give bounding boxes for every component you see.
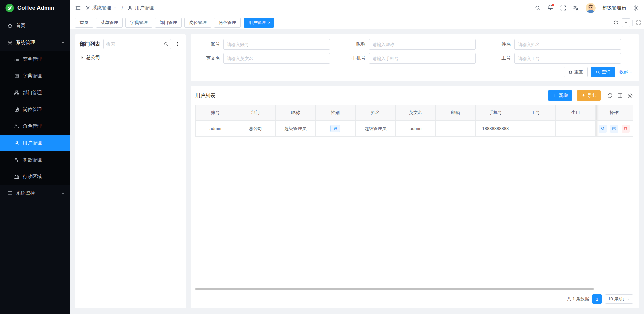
- content-maximize-icon[interactable]: [633, 16, 644, 29]
- sidebar-item-label: 参数管理: [23, 157, 42, 163]
- sidebar-group-monitor[interactable]: 系统监控: [0, 185, 70, 202]
- breadcrumb-current[interactable]: 用户管理: [128, 5, 154, 11]
- tab-dept-management[interactable]: 部门管理: [155, 18, 182, 28]
- sidebar-nav: 首页 系统管理 菜单管理 字典管理 部门管理: [0, 16, 70, 314]
- sidebar-collapse-icon[interactable]: [75, 5, 81, 11]
- page-size-value: 10 条/页: [608, 296, 624, 302]
- fullscreen-icon[interactable]: [560, 5, 566, 11]
- edit-button[interactable]: [610, 125, 618, 133]
- gear-icon: [7, 40, 13, 45]
- total-count: 共 1 条数据: [567, 296, 589, 302]
- user-list-title: 用户列表: [195, 92, 215, 99]
- caret-right-icon[interactable]: [80, 55, 85, 60]
- search-icon[interactable]: [535, 5, 541, 11]
- column-header-work-id: 工号: [516, 105, 555, 121]
- view-button[interactable]: [599, 125, 607, 133]
- column-header-phone: 手机号: [476, 105, 516, 121]
- sidebar-group-label: 系统管理: [16, 40, 35, 46]
- field-label: 昵称: [342, 41, 369, 47]
- page-button-1[interactable]: 1: [592, 294, 602, 304]
- trash-icon: [568, 70, 573, 74]
- sidebar-item-admin-region[interactable]: 行政区域: [0, 168, 70, 185]
- sidebar-group-system[interactable]: 系统管理: [0, 34, 70, 51]
- nickname-input[interactable]: [369, 39, 476, 50]
- sidebar-item-home[interactable]: 首页: [0, 17, 70, 34]
- tree-node-label: 总公司: [86, 55, 100, 61]
- reset-button[interactable]: 重置: [564, 67, 588, 77]
- query-button[interactable]: 查询: [591, 67, 615, 77]
- column-adjust-icon[interactable]: [617, 93, 623, 99]
- user-list-header: 用户列表 新增 导出: [195, 90, 633, 101]
- field-name: 姓名: [487, 39, 633, 50]
- monitor-icon: [7, 191, 13, 196]
- user-icon: [128, 5, 133, 10]
- logo-text: Coffee Admin: [17, 5, 54, 11]
- sidebar-item-user-management[interactable]: 用户管理: [0, 135, 70, 151]
- search-icon: [164, 42, 168, 46]
- scrollbar-thumb[interactable]: [195, 288, 594, 290]
- collapse-link[interactable]: 收起: [619, 69, 633, 75]
- account-input[interactable]: [223, 39, 330, 50]
- tab-close-icon[interactable]: ×: [268, 20, 271, 25]
- tabs-refresh-icon[interactable]: [610, 16, 622, 29]
- department-search-input[interactable]: [104, 39, 161, 49]
- right-column: 账号 昵称 姓名 英文名: [191, 34, 639, 308]
- reset-button-label: 重置: [574, 69, 583, 75]
- name-input[interactable]: [514, 39, 621, 50]
- sidebar-item-label: 部门管理: [23, 90, 42, 96]
- department-more-icon[interactable]: [174, 41, 181, 47]
- avatar[interactable]: [586, 3, 596, 13]
- tab-dict-management[interactable]: 字典管理: [125, 18, 152, 28]
- bank-icon: [14, 174, 19, 179]
- page-size-select[interactable]: 10 条/页: [605, 294, 633, 304]
- refresh-icon[interactable]: [607, 93, 613, 99]
- department-search-button[interactable]: [161, 39, 171, 49]
- current-username[interactable]: 超级管理员: [602, 5, 626, 11]
- filter-actions: 重置 查询 收起: [197, 67, 633, 77]
- add-button[interactable]: 新增: [548, 90, 572, 101]
- logo[interactable]: Coffee Admin: [0, 0, 70, 16]
- tab-post-management[interactable]: 岗位管理: [184, 18, 211, 28]
- field-account: 账号: [197, 39, 342, 50]
- phone-input[interactable]: [369, 53, 476, 64]
- tabs-dropdown-icon[interactable]: [622, 18, 630, 27]
- column-header-birthday: 生日: [555, 105, 595, 121]
- sidebar-item-param-management[interactable]: 参数管理: [0, 151, 70, 168]
- sidebar-item-role-management[interactable]: 角色管理: [0, 118, 70, 135]
- translate-icon[interactable]: [573, 5, 579, 11]
- delete-button[interactable]: [622, 125, 630, 133]
- sidebar-item-label: 首页: [16, 23, 25, 29]
- breadcrumb-divider: /: [122, 5, 123, 11]
- home-icon: [7, 23, 13, 28]
- pagination: 共 1 条数据 1 10 条/页: [195, 292, 633, 306]
- search-icon: [596, 70, 600, 74]
- sidebar-item-dept-management[interactable]: 部门管理: [0, 84, 70, 101]
- sidebar-item-post-management[interactable]: 岗位管理: [0, 101, 70, 118]
- work-id-input[interactable]: [514, 53, 621, 64]
- sidebar-item-dict-management[interactable]: 字典管理: [0, 68, 70, 84]
- tab-label: 字典管理: [130, 20, 148, 26]
- sidebar-item-menu-management[interactable]: 菜单管理: [0, 51, 70, 68]
- notification-bell-icon[interactable]: [547, 4, 553, 11]
- cell-actions: [596, 121, 633, 137]
- field-label: 英文名: [197, 55, 223, 61]
- cell-account: admin: [196, 121, 235, 137]
- tree-node-root[interactable]: 总公司: [80, 54, 181, 62]
- tab-menu-management[interactable]: 菜单管理: [96, 18, 123, 28]
- badge-icon: [14, 107, 19, 112]
- english-name-input[interactable]: [223, 53, 330, 64]
- sidebar-submenu-system: 菜单管理 字典管理 部门管理 岗位管理 角色管理: [0, 51, 70, 185]
- table-settings-icon[interactable]: [627, 93, 633, 99]
- sidebar-item-label: 岗位管理: [23, 107, 42, 113]
- tab-label: 用户管理: [248, 20, 266, 26]
- export-button[interactable]: 导出: [577, 90, 601, 101]
- settings-gear-icon[interactable]: [633, 5, 639, 11]
- tab-home[interactable]: 首页: [75, 18, 93, 28]
- cell-nickname: 超级管理员: [275, 121, 315, 137]
- magnifier-icon: [601, 126, 605, 131]
- tab-user-management[interactable]: 用户管理 ×: [244, 18, 274, 28]
- breadcrumb-root[interactable]: 系统管理: [85, 5, 117, 11]
- tab-role-management[interactable]: 角色管理: [214, 18, 241, 28]
- sidebar-group-label: 系统监控: [16, 190, 35, 196]
- cell-dept: 总公司: [235, 121, 275, 137]
